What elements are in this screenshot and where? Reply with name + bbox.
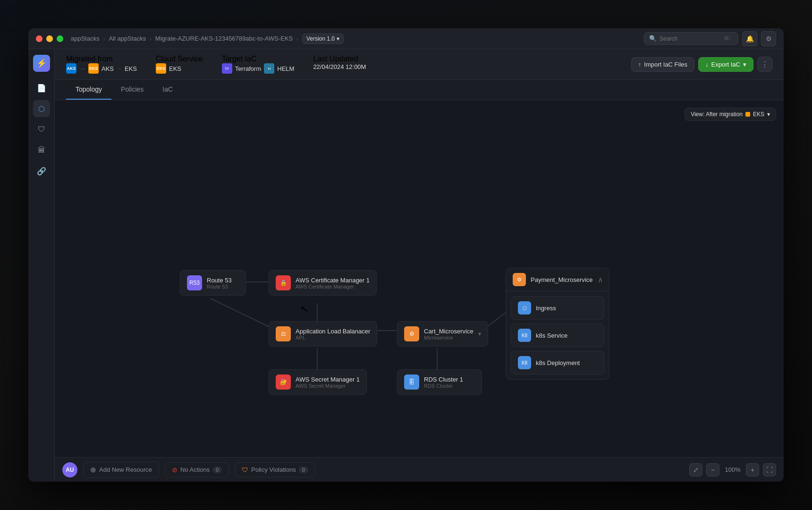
info-header: Migrated from AKS → EKS AKS → EKS	[55, 49, 784, 80]
policy-violations-button[interactable]: 🛡 Policy Violations 0	[235, 462, 315, 477]
more-options-button[interactable]: ⋮	[757, 57, 772, 72]
zoom-out-button[interactable]: −	[706, 463, 719, 476]
payment-microservice-group[interactable]: ⚙ Payment_Microservice ∧ ⬡ Ingress	[506, 268, 609, 380]
fit-view-button[interactable]: ⤢	[689, 463, 702, 476]
main-window: appStacks › All appStacks › Migrate-AZUR…	[28, 28, 784, 482]
add-resource-button[interactable]: ⊕ Add New Resource	[83, 462, 159, 478]
notifications-button[interactable]: 🔔	[742, 31, 757, 46]
link-icon: 🔗	[37, 167, 46, 176]
from-cloud-label: AKS	[102, 65, 114, 72]
tab-topology[interactable]: Topology	[66, 80, 111, 100]
breadcrumb-appstacks[interactable]: appStacks	[71, 35, 100, 42]
search-bar: 🔍 ⌘/	[644, 32, 738, 45]
terraform-label: Terraform	[235, 65, 262, 72]
bank-icon: 🏛	[38, 146, 45, 154]
version-label: Version 1.0	[306, 35, 335, 42]
view-label: View: After migration	[691, 111, 743, 118]
actions-button[interactable]: ⊘ No Actions 0	[165, 462, 229, 477]
settings-button[interactable]: ⚙	[761, 31, 776, 46]
cert-manager-node[interactable]: 🔒 AWS Certificate Manager 1 AWS Certific…	[269, 270, 377, 296]
cert-manager-icon: 🔒	[276, 275, 291, 290]
cart-info: Cart_Microservice Microservice	[424, 328, 474, 340]
connections-svg	[55, 100, 784, 457]
sidebar-item-bank[interactable]: 🏛	[33, 142, 50, 159]
payment-group-header: ⚙ Payment_Microservice ∧	[506, 268, 609, 291]
payment-icon: ⚙	[513, 273, 526, 286]
terraform-icon: TF	[222, 63, 232, 74]
payment-group-items: ⬡ Ingress K8 k8s Service	[506, 291, 609, 379]
to-cloud-label: EKS	[125, 65, 137, 72]
user-avatar[interactable]: AU	[62, 462, 77, 477]
upload-icon: ↑	[638, 61, 642, 68]
view-chevron-icon: ▾	[767, 111, 770, 118]
zoom-in-button[interactable]: +	[746, 463, 759, 476]
app-logo[interactable]: ⚡	[33, 55, 50, 72]
fullscreen-icon: ⛶	[766, 466, 773, 474]
minimize-button[interactable]	[46, 35, 53, 42]
fullscreen-button[interactable]: ⛶	[763, 463, 776, 476]
zoom-level-display: 100%	[723, 466, 742, 473]
sidebar-item-shield[interactable]: 🛡	[33, 121, 50, 138]
alb-icon: ⚖	[276, 326, 291, 341]
breadcrumb-sep-2: ›	[150, 36, 152, 42]
route53-node[interactable]: R53 Route 53 Route 53	[180, 270, 246, 296]
breadcrumb-all-appstacks[interactable]: All appStacks	[109, 35, 146, 42]
target-iac-section: Target IaC TF Terraform H HELM	[222, 55, 295, 74]
search-icon: 🔍	[649, 35, 657, 42]
secret-manager-info: AWS Secret Manager 1 AWS Secret Manager	[296, 376, 360, 389]
export-button[interactable]: ↓ Export IaC ▾	[698, 57, 753, 72]
close-button[interactable]	[36, 35, 42, 42]
k8s-service-node[interactable]: K8 k8s Service	[511, 323, 604, 347]
app-load-balancer-node[interactable]: ⚖ Application Load Balanacer APL	[269, 321, 377, 347]
sidebar-item-docs[interactable]: 📄	[33, 79, 50, 96]
rds-icon: 🗄	[404, 374, 419, 390]
download-icon: ↓	[705, 61, 709, 68]
version-selector[interactable]: Version 1.0 ▾	[302, 34, 344, 44]
aks-icon: AKS	[66, 63, 76, 74]
cloud-service-name: EKS	[169, 65, 181, 72]
chevron-down-icon: ▾	[337, 35, 339, 42]
main-layout: ⚡ 📄 ⬡ 🛡 🏛 🔗	[28, 49, 784, 482]
secret-manager-node[interactable]: 🔐 AWS Secret Manager 1 AWS Secret Manage…	[269, 369, 367, 395]
zoom-controls: ⤢ − 100% + ⛶	[689, 463, 776, 476]
ellipsis-vertical-icon: ⋮	[761, 60, 769, 69]
svg-line-1	[211, 298, 269, 327]
add-circle-icon: ⊕	[90, 466, 96, 474]
view-control[interactable]: View: After migration EKS ▾	[685, 108, 776, 121]
last-updated-section: Last Updated 22/04/2024 12:00M	[313, 55, 366, 74]
helm-label: HELM	[277, 65, 294, 72]
ingress-node[interactable]: ⬡ Ingress	[511, 296, 604, 320]
sidebar-item-link[interactable]: 🔗	[33, 162, 50, 179]
tab-policies[interactable]: Policies	[111, 80, 153, 100]
target-iac-value: TF Terraform H HELM	[222, 63, 295, 74]
last-updated-label: Last Updated	[313, 55, 358, 63]
migration-arrow: →	[79, 65, 85, 72]
info-sections: Migrated from AKS → EKS AKS → EKS	[66, 55, 366, 74]
rds-cluster-node[interactable]: 🗄 RDS Cluster 1 RDS Cluster	[397, 369, 482, 395]
topology-canvas[interactable]: View: After migration EKS ▾	[55, 100, 784, 457]
k8s-deployment-node[interactable]: K8 k8s Deployment	[511, 351, 604, 374]
layers-icon: ⬡	[38, 104, 45, 113]
cloud-service-label: Cloud Service	[156, 55, 203, 63]
import-button[interactable]: ↑ Import IaC Files	[631, 57, 694, 72]
eks-icon: EKS	[88, 63, 99, 74]
target-iac-label: Target IaC	[222, 55, 257, 63]
cart-icon: ⚙	[404, 326, 419, 341]
logo-icon: ⚡	[36, 58, 47, 68]
cart-chevron-icon: ▾	[478, 331, 481, 337]
header-buttons: ↑ Import IaC Files ↓ Export IaC ▾ ⋮	[631, 57, 772, 72]
fullscreen-button[interactable]	[57, 35, 63, 42]
shield-icon: 🛡	[38, 125, 45, 134]
breadcrumb: appStacks › All appStacks › Migrate-AZUR…	[71, 34, 644, 44]
collapse-icon[interactable]: ∧	[598, 275, 603, 284]
minus-icon: −	[711, 466, 715, 474]
breadcrumb-migration[interactable]: Migrate-AZURE-AKS-123456789abc-to-AWS-EK…	[155, 35, 293, 42]
k8s-deployment-icon: K8	[518, 356, 531, 369]
last-updated-time: 22/04/2024 12:00M	[313, 63, 366, 70]
policy-icon: 🛡	[242, 466, 248, 474]
sidebar-item-stacks[interactable]: ⬡	[33, 100, 50, 117]
search-input[interactable]	[660, 35, 721, 42]
tab-iac[interactable]: IaC	[153, 80, 182, 100]
header-actions: 🔍 ⌘/ 🔔 ⚙	[644, 31, 776, 46]
cart-microservice-node[interactable]: ⚙ Cart_Microservice Microservice ▾	[397, 321, 488, 347]
